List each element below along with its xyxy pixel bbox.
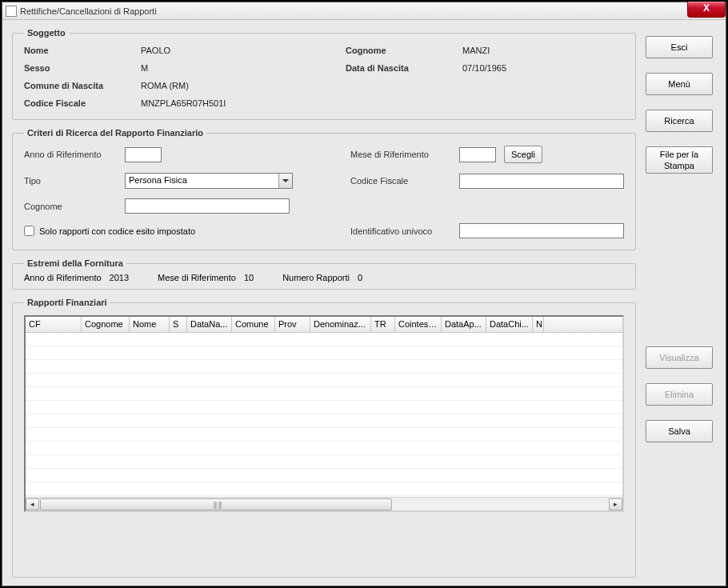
table-row[interactable] xyxy=(26,414,622,428)
side-column: Esci Menù Ricerca File per la Stampa Vis… xyxy=(646,28,716,578)
column-header[interactable]: DataChi... xyxy=(486,317,533,332)
label-cognome: Cognome xyxy=(346,46,458,55)
table-body xyxy=(26,333,622,497)
table-row[interactable] xyxy=(26,333,622,346)
solo-rapporti-label: Solo rapporti con codice esito impostato xyxy=(39,226,195,236)
soggetto-group: Soggetto Nome PAOLO Cognome MANZI Sesso … xyxy=(12,28,636,120)
column-header[interactable]: Nome xyxy=(130,317,170,332)
rapporti-legend: Rapporti Finanziari xyxy=(24,298,110,307)
scroll-thumb[interactable] xyxy=(40,498,392,510)
scroll-left-icon[interactable]: ◂ xyxy=(26,498,39,510)
ricerca-button[interactable]: Ricerca xyxy=(646,110,713,132)
column-header[interactable]: N xyxy=(533,317,544,332)
column-header[interactable]: DataNa... xyxy=(187,317,232,332)
table-row[interactable] xyxy=(26,482,622,496)
scroll-track[interactable] xyxy=(39,498,609,510)
scroll-right-icon[interactable]: ▸ xyxy=(609,498,622,510)
label-cognome-crit: Cognome xyxy=(24,202,120,211)
estremi-anno-label: Anno di Riferimento xyxy=(24,273,102,282)
table-row[interactable] xyxy=(26,374,622,387)
anno-rif-input[interactable] xyxy=(125,147,162,162)
label-comune-nascita: Comune di Nascita xyxy=(24,81,136,90)
window-icon xyxy=(6,6,17,17)
value-codice-fiscale: MNZPLA65R07H501I xyxy=(141,98,606,108)
label-tipo: Tipo xyxy=(24,176,120,186)
table-row[interactable] xyxy=(26,346,622,360)
solo-rapporti-checkbox[interactable]: Solo rapporti con codice esito impostato xyxy=(24,226,346,236)
value-data-nascita: 07/10/1965 xyxy=(462,63,606,73)
column-header[interactable]: S xyxy=(170,317,187,332)
estremi-mese-value: 10 xyxy=(244,273,254,282)
label-codice-fiscale: Codice Fiscale xyxy=(24,98,136,108)
cf-input[interactable] xyxy=(459,174,624,189)
value-sesso: M xyxy=(141,63,341,73)
label-nome: Nome xyxy=(24,46,136,55)
rapporti-table[interactable]: CFCognomeNomeSDataNa...ComuneProvDenomin… xyxy=(24,315,624,512)
label-identificativo: Identificativo univoco xyxy=(350,226,454,236)
dialog-window: Rettifiche/Cancellazioni di Rapporti X S… xyxy=(2,2,726,586)
scegli-button[interactable]: Scegli xyxy=(504,146,542,163)
table-row[interactable] xyxy=(26,401,622,414)
label-cf: Codice Fiscale xyxy=(350,176,454,186)
value-comune-nascita: ROMA (RM) xyxy=(141,81,606,90)
titlebar[interactable]: Rettifiche/Cancellazioni di Rapporti X xyxy=(2,2,726,20)
estremi-num-label: Numero Rapporti xyxy=(282,273,350,282)
label-data-nascita: Data di Nascita xyxy=(346,63,458,73)
estremi-legend: Estremi della Fornitura xyxy=(24,258,126,268)
label-anno-rif: Anno di Riferimento xyxy=(24,150,120,159)
table-row[interactable] xyxy=(26,387,622,401)
stampa-button[interactable]: File per la Stampa xyxy=(646,146,713,174)
mese-rif-input[interactable] xyxy=(459,147,496,162)
visualizza-button[interactable]: Visualizza xyxy=(646,346,713,369)
column-header[interactable]: Cointest... xyxy=(395,317,442,332)
identificativo-input[interactable] xyxy=(459,223,624,238)
estremi-mese-label: Mese di Riferimento xyxy=(158,273,236,282)
salva-button[interactable]: Salva xyxy=(646,420,713,442)
estremi-group: Estremi della Fornitura Anno di Riferime… xyxy=(12,258,636,290)
soggetto-legend: Soggetto xyxy=(24,28,69,38)
column-header[interactable]: Cognome xyxy=(82,317,130,332)
table-row[interactable] xyxy=(26,360,622,374)
close-button[interactable]: X xyxy=(687,2,726,18)
tipo-selected: Persona Fisica xyxy=(126,174,278,188)
column-header[interactable]: CF xyxy=(26,317,82,332)
table-row[interactable] xyxy=(26,428,622,442)
content-area: Soggetto Nome PAOLO Cognome MANZI Sesso … xyxy=(2,20,726,586)
table-row[interactable] xyxy=(26,442,622,455)
value-nome: PAOLO xyxy=(141,46,341,55)
value-cognome: MANZI xyxy=(462,46,606,55)
column-header[interactable]: DataAp... xyxy=(442,317,486,332)
tipo-select[interactable]: Persona Fisica xyxy=(125,173,293,189)
column-header[interactable]: Prov xyxy=(275,317,310,332)
column-header[interactable]: TR xyxy=(371,317,395,332)
label-sesso: Sesso xyxy=(24,63,136,73)
table-row[interactable] xyxy=(26,469,622,482)
estremi-num-value: 0 xyxy=(358,273,362,282)
rapporti-group: Rapporti Finanziari CFCognomeNomeSDataNa… xyxy=(12,298,636,578)
menu-button[interactable]: Menù xyxy=(646,73,713,95)
window-title: Rettifiche/Cancellazioni di Rapporti xyxy=(20,6,157,16)
solo-rapporti-input[interactable] xyxy=(24,226,34,236)
horizontal-scrollbar[interactable]: ◂ ▸ xyxy=(26,497,622,510)
esci-button[interactable]: Esci xyxy=(646,36,713,58)
elimina-button[interactable]: Elimina xyxy=(646,383,713,406)
main-column: Soggetto Nome PAOLO Cognome MANZI Sesso … xyxy=(12,28,636,578)
column-header[interactable]: Denominaz... xyxy=(310,317,371,332)
table-row[interactable] xyxy=(26,455,622,469)
chevron-down-icon xyxy=(278,174,292,188)
column-header[interactable]: Comune xyxy=(232,317,275,332)
cognome-input[interactable] xyxy=(125,198,290,214)
estremi-anno-value: 2013 xyxy=(110,273,129,282)
label-mese-rif: Mese di Riferimento xyxy=(350,150,454,159)
table-header: CFCognomeNomeSDataNa...ComuneProvDenomin… xyxy=(26,317,622,333)
criteri-legend: Criteri di Ricerca del Rapporto Finanzia… xyxy=(24,128,206,138)
criteri-group: Criteri di Ricerca del Rapporto Finanzia… xyxy=(12,128,636,250)
